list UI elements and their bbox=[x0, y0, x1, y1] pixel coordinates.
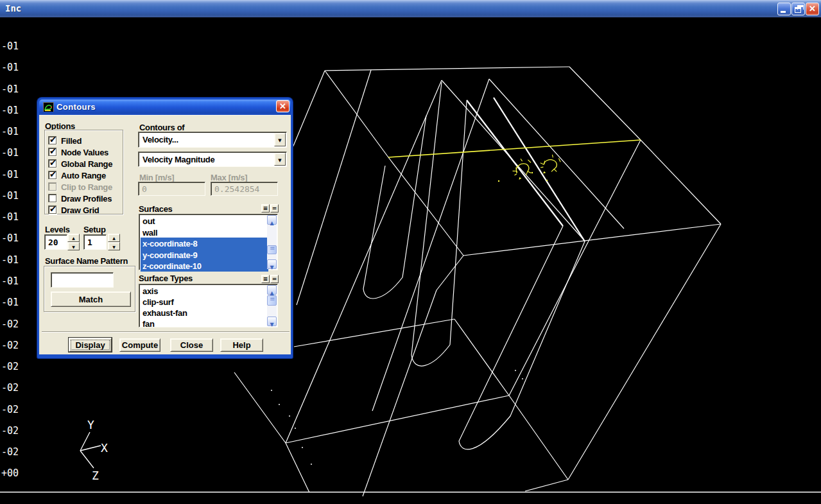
surface-types-list[interactable]: axisclip-surfexhaust-fanfan ▲ ▼ bbox=[139, 284, 278, 327]
check-icon: ✔ bbox=[49, 204, 56, 214]
setup-spin-up[interactable]: ▲ bbox=[108, 234, 120, 242]
list-item-clip-surf[interactable]: clip-surf bbox=[141, 296, 268, 308]
scroll-thumb[interactable] bbox=[267, 245, 277, 254]
list-item-z-coordinate-10[interactable]: z-coordinate-10 bbox=[141, 260, 268, 272]
axis-label-x: X bbox=[101, 441, 108, 455]
wireframe-edge bbox=[568, 224, 721, 480]
surface-types-deselect-button[interactable]: = bbox=[270, 275, 279, 283]
checkbox-box[interactable] bbox=[48, 182, 56, 191]
levels-input[interactable]: 20 bbox=[44, 234, 67, 250]
help-button[interactable]: Help bbox=[220, 338, 263, 352]
list-item-wall[interactable]: wall bbox=[141, 227, 268, 238]
close-icon: ✕ bbox=[806, 4, 818, 13]
surface-types-label: Surface Types bbox=[139, 274, 193, 283]
levels-spin-down[interactable]: ▼ bbox=[67, 242, 80, 250]
window-title: Inc bbox=[5, 3, 21, 13]
scroll-down-button[interactable]: ▼ bbox=[267, 259, 277, 269]
surface-types-menu-button[interactable]: ≡ bbox=[261, 275, 270, 283]
wireframe-edge bbox=[525, 480, 568, 491]
axis-triad: Y X Z bbox=[58, 411, 135, 491]
minimize-button[interactable] bbox=[777, 3, 791, 15]
list-item-x-coordinate-8[interactable]: x-coordinate-8 bbox=[141, 238, 268, 249]
levels-spin-up[interactable]: ▲ bbox=[67, 234, 80, 242]
wireframe-edge bbox=[286, 443, 309, 492]
colorbar-label: -02 bbox=[1, 446, 19, 458]
checkbox-label: Draw Grid bbox=[61, 205, 99, 215]
scroll-down-icon: ▼ bbox=[270, 265, 273, 270]
contours-of-sub-dropdown[interactable]: Velocity Magnitude ▼ bbox=[138, 152, 287, 167]
setup-spinner[interactable]: ▲ ▼ bbox=[108, 234, 120, 250]
yellow-speck bbox=[531, 172, 533, 173]
yellow-speck bbox=[516, 171, 517, 173]
checkbox-label: Filled bbox=[61, 136, 82, 146]
colorbar-label: -01 bbox=[1, 40, 19, 52]
max-input[interactable]: 0.2542854 bbox=[211, 182, 278, 196]
colorbar-label: -02 bbox=[1, 318, 19, 330]
contours-dialog-body: Options ✔Filled✔Node Values✔Global Range… bbox=[39, 115, 291, 354]
list-item-axis[interactable]: axis bbox=[141, 285, 268, 297]
restore-button[interactable] bbox=[791, 3, 805, 15]
check-icon: ✔ bbox=[49, 135, 56, 144]
scroll-up-icon: ▲ bbox=[270, 220, 273, 226]
dialog-close-button[interactable]: ✕ bbox=[276, 100, 290, 112]
setup-label: Setup bbox=[83, 225, 106, 234]
scroll-up-button[interactable]: ▲ bbox=[267, 215, 277, 225]
scroll-down-button[interactable]: ▼ bbox=[267, 317, 277, 326]
colorbar-label: -01 bbox=[1, 211, 19, 223]
down-arrow-icon: ▼ bbox=[108, 245, 119, 249]
separator bbox=[42, 331, 290, 333]
colorbar-label: +00 bbox=[1, 467, 19, 479]
wireframe-edge bbox=[509, 395, 568, 480]
match-button[interactable]: Match bbox=[51, 291, 131, 307]
wireframe-edge bbox=[286, 80, 442, 443]
wireframe-edge bbox=[325, 71, 388, 157]
setup-spin-down[interactable]: ▼ bbox=[108, 242, 120, 250]
dropdown-button[interactable]: ▼ bbox=[274, 133, 286, 146]
checkbox-box[interactable]: ✔ bbox=[48, 171, 56, 179]
checkbox-box[interactable]: ✔ bbox=[48, 205, 56, 214]
close-button[interactable]: ✕ bbox=[806, 3, 819, 15]
checkbox-box[interactable]: ✔ bbox=[48, 148, 56, 156]
node-speck bbox=[311, 464, 312, 465]
surfaces-menu-button[interactable]: ≡ bbox=[261, 204, 270, 213]
up-arrow-icon: ▲ bbox=[68, 236, 79, 240]
scroll-thumb[interactable] bbox=[267, 295, 277, 306]
surfaces-scrollbar[interactable]: ▲ ▼ bbox=[267, 215, 277, 269]
list-item-y-coordinate-9[interactable]: y-coordinate-9 bbox=[141, 249, 268, 261]
checkbox-box[interactable]: ✔ bbox=[48, 159, 56, 168]
dropdown-button[interactable]: ▼ bbox=[274, 153, 286, 166]
checkbox-label: Draw Profiles bbox=[61, 194, 112, 204]
restore-icon bbox=[795, 7, 801, 13]
checkbox-box[interactable]: ✔ bbox=[48, 136, 56, 144]
colorbar-label: -01 bbox=[1, 232, 19, 244]
colorbar-label: -01 bbox=[1, 83, 19, 95]
wireframe-edge bbox=[388, 157, 463, 256]
levels-spinner[interactable]: ▲ ▼ bbox=[67, 234, 80, 250]
window-titlebar: Inc bbox=[0, 0, 821, 17]
compute-button[interactable]: Compute bbox=[119, 338, 160, 352]
slot-outline bbox=[363, 116, 426, 299]
list-item-exhaust-fan[interactable]: exhaust-fan bbox=[141, 307, 268, 318]
scroll-up-button[interactable]: ▲ bbox=[267, 285, 277, 295]
list-item-fan[interactable]: fan bbox=[141, 318, 268, 329]
wireframe-edge bbox=[286, 395, 509, 443]
surface-name-pattern-input[interactable] bbox=[51, 272, 114, 288]
surface-types-scrollbar[interactable]: ▲ ▼ bbox=[267, 285, 277, 326]
surfaces-list[interactable]: outwallx-coordinate-8y-coordinate-9z-coo… bbox=[139, 214, 278, 270]
contours-of-dropdown[interactable]: Velocity... ▼ bbox=[138, 132, 287, 148]
min-input[interactable]: 0 bbox=[138, 182, 205, 196]
up-arrow-icon: ▲ bbox=[108, 236, 119, 240]
colorbar-label: -01 bbox=[1, 169, 19, 180]
chevron-down-icon: ▼ bbox=[275, 158, 285, 163]
list-item-out[interactable]: out bbox=[141, 215, 268, 227]
wireframe-edge bbox=[372, 79, 489, 411]
setup-input[interactable]: 1 bbox=[83, 234, 107, 250]
close-button[interactable]: Close bbox=[170, 338, 213, 352]
checkbox-box[interactable] bbox=[48, 194, 56, 202]
scroll-down-icon: ▼ bbox=[270, 322, 273, 327]
check-icon: ✔ bbox=[49, 169, 56, 179]
wireframe-edge bbox=[569, 67, 641, 140]
contours-dialog-titlebar[interactable]: Contours ✕ bbox=[39, 100, 291, 115]
surfaces-deselect-button[interactable]: = bbox=[270, 204, 279, 213]
display-button[interactable]: Display bbox=[69, 338, 112, 352]
